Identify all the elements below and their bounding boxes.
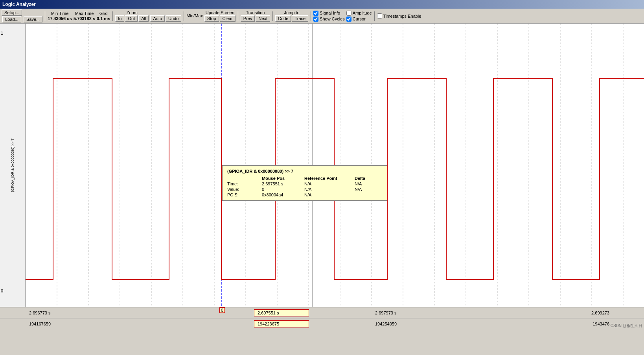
tooltip-pcs-delta (355, 192, 382, 197)
signal-label-column: (GPIOA_IDR & 0x00000080) >> 7 1 0 (0, 24, 26, 307)
update-section: Update Screen Stop Clear (204, 10, 236, 22)
status-row2: 194167659 194223675 194254059 1943476 CS… (0, 318, 644, 329)
transition-section: Transition Prev Next (241, 10, 270, 22)
cursor-checkbox[interactable] (346, 17, 351, 22)
sep3 (184, 11, 184, 21)
update-label: Update Screen (206, 10, 234, 15)
status-val2: 194223675 (254, 320, 309, 327)
status-time4: 2.699273 (588, 310, 613, 316)
tooltip-pcs-ref: N/A (304, 192, 351, 197)
y-bottom-marker: 0 (1, 288, 3, 293)
zoom-auto-section: Auto Undo (150, 10, 181, 22)
tooltip-time-mouse: 2.697551 s (262, 181, 301, 186)
zoom-label: Zoom (127, 10, 138, 15)
show-cycles-checkbox[interactable] (313, 17, 318, 22)
title-bar: Logic Analyzer (0, 0, 644, 9)
transition-label: Transition (246, 10, 265, 15)
tooltip-box: (GPIOA_IDR & 0x00000080) >> 7 Mouse Pos … (222, 165, 387, 201)
amplitude-label: Amplitude (353, 11, 372, 15)
max-time-label: Max Time (75, 11, 94, 16)
main-area: (GPIOA_IDR & 0x00000080) >> 7 1 0 (0, 24, 644, 307)
tooltip-value-ref: N/A (304, 187, 351, 192)
minmax-label: Min/Max (186, 13, 203, 18)
checkboxes-area: Signal Info Show Cycles (313, 11, 345, 22)
zoom-auto-button[interactable]: Auto (150, 15, 165, 22)
grid-label: Grid (99, 11, 108, 16)
sep5 (272, 11, 273, 21)
code-button[interactable]: Code (275, 15, 291, 22)
tooltip-col-empty (227, 176, 259, 181)
signal-info-checkbox[interactable] (313, 11, 318, 16)
trace-button[interactable]: Trace (292, 15, 308, 22)
cursor-group: Cursor (346, 17, 372, 22)
cursor-marker-label: 0 (219, 307, 225, 313)
signal-info-label: Signal Info (320, 11, 340, 15)
status-time2: 2.697551 s (254, 309, 309, 316)
timestamps-checkbox[interactable] (377, 13, 382, 18)
sep2 (112, 11, 113, 21)
timestamps-group: Timestamps Enable (377, 13, 421, 18)
save-button[interactable]: Save... (24, 16, 42, 22)
jumpto-section: Jump to Code Trace (275, 10, 308, 22)
zoom-section: Zoom In Out All (115, 10, 149, 22)
tooltip-col-delta: Delta (355, 176, 382, 181)
min-time-value: 17.43056 us (48, 16, 72, 21)
update-buttons: Stop Clear (204, 15, 236, 22)
watermark: CSDN @桐生久日 (611, 323, 642, 329)
sep4 (238, 11, 238, 21)
next-button[interactable]: Next (256, 15, 270, 22)
tooltip-table: Mouse Pos Reference Point Delta Time: 2.… (227, 176, 382, 197)
zoom-auto-buttons: Auto Undo (150, 15, 181, 22)
clear-button[interactable]: Clear (220, 15, 236, 22)
window-title: Logic Analyzer (2, 2, 36, 7)
jumpto-label: Jump to (284, 10, 300, 15)
load-button[interactable]: Load... (2, 16, 21, 22)
status-time1: 2.696773 s (26, 310, 89, 316)
toolbar: Setup... Load... Save... Min Time 17.430… (0, 9, 644, 24)
tooltip-value-delta: N/A (355, 187, 382, 192)
max-time-section: Max Time 5.703182 s (74, 11, 95, 21)
cursor-label: Cursor (353, 17, 366, 21)
prev-button[interactable]: Prev (241, 15, 255, 22)
sep1 (45, 11, 45, 21)
status-val1: 194167659 (26, 321, 89, 327)
amplitude-group: Amplitude (346, 11, 372, 16)
min-time-section: Min Time 17.43056 us (48, 11, 72, 21)
signal-label: (GPIOA_IDR & 0x00000080) >> 7 (9, 137, 16, 194)
status-bar: 0 2.696773 s 2.697551 s 2.697973 s 2.699… (0, 307, 644, 332)
zoom-undo-button[interactable]: Undo (166, 15, 181, 22)
tooltip-pcs-label: PC S: (227, 192, 259, 197)
setup-button[interactable]: Setup... (2, 9, 22, 16)
tooltip-col-mouse: Mouse Pos (262, 176, 301, 181)
toolbar-setup-section: Setup... Load... (2, 9, 22, 22)
status-row1: 2.696773 s 2.697551 s 2.697973 s 2.69927… (0, 307, 644, 318)
show-cycles-group: Show Cycles (313, 17, 345, 22)
min-time-label: Min Time (51, 11, 69, 16)
y-top-marker: 1 (1, 31, 3, 35)
zoom-spacer (165, 10, 166, 15)
tooltip-value-label: Value: (227, 187, 259, 192)
tooltip-title: (GPIOA_IDR & 0x00000080) >> 7 (227, 169, 382, 174)
sep6 (311, 11, 311, 21)
max-time-value: 5.703182 s (74, 16, 95, 21)
grid-section: Grid 0.1 ms (97, 11, 110, 21)
transition-buttons: Prev Next (241, 15, 270, 22)
zoom-all-button[interactable]: All (138, 15, 149, 22)
zoom-buttons: In Out All (115, 15, 149, 22)
tooltip-col-ref: Reference Point (304, 176, 351, 181)
tooltip-value-mouse: 0 (262, 187, 301, 192)
status-val4: 1943476 (589, 321, 613, 327)
amplitude-checkbox[interactable] (346, 11, 351, 16)
tooltip-time-ref: N/A (304, 181, 351, 186)
status-val3: 194254059 (372, 321, 435, 327)
zoom-in-button[interactable]: In (115, 15, 124, 22)
zoom-out-button[interactable]: Out (125, 15, 138, 22)
signal-info-group: Signal Info (313, 11, 345, 16)
show-cycles-label: Show Cycles (320, 17, 345, 21)
stop-button[interactable]: Stop (204, 15, 219, 22)
status-time3: 2.697973 s (372, 310, 435, 316)
tooltip-pcs-mouse: 0x80004a4 (262, 192, 301, 197)
sep7 (374, 11, 375, 21)
waveform-area[interactable]: (GPIOA_IDR & 0x00000080) >> 7 Mouse Pos … (26, 24, 644, 307)
timestamps-label: Timestamps Enable (383, 14, 421, 18)
